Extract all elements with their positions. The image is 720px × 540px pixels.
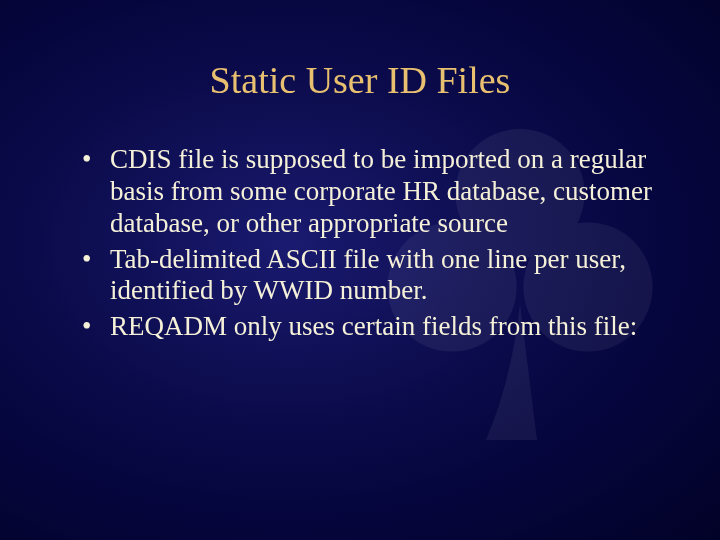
list-item: REQADM only uses certain fields from thi… (82, 311, 660, 343)
slide-container: Static User ID Files CDIS file is suppos… (0, 0, 720, 540)
list-item: Tab-delimited ASCII file with one line p… (82, 244, 660, 308)
list-item: CDIS file is supposed to be imported on … (82, 144, 660, 240)
slide-title: Static User ID Files (60, 58, 660, 102)
bullet-list: CDIS file is supposed to be imported on … (60, 144, 660, 343)
